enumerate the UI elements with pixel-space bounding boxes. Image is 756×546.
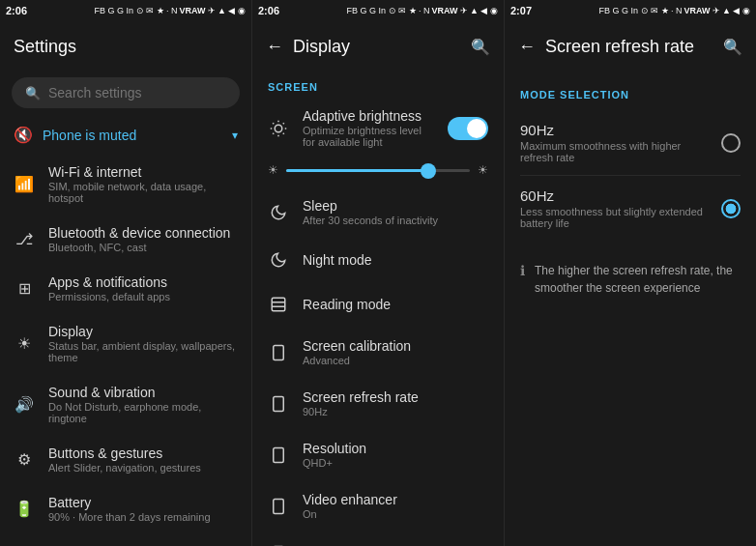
settings-item-storage[interactable]: 💾 Storage 31% used · 177 GB free bbox=[0, 533, 251, 546]
refresh-content: MODE SELECTION 90Hz Maximum smoothness w… bbox=[505, 72, 756, 546]
search-icon: 🔍 bbox=[25, 86, 41, 101]
reading-mode-icon bbox=[268, 294, 289, 315]
wifi-icon: 📶 bbox=[14, 174, 35, 195]
settings-item-buttons[interactable]: ⚙ Buttons & gestures Alert Slider, navig… bbox=[0, 435, 251, 484]
svg-line-3 bbox=[273, 123, 274, 124]
video-enhancer-sublabel: On bbox=[303, 508, 397, 520]
resolution-icon bbox=[268, 445, 289, 466]
bluetooth-label: Bluetooth & device connection bbox=[48, 225, 230, 241]
search-bar-container: 🔍 bbox=[0, 72, 251, 116]
90hz-sublabel: Maximum smoothness with higher refresh r… bbox=[520, 140, 708, 163]
status-icons-right: FB G G In ⊙ ✉ ★ · N VRAW ✈ ▲ ◀ ◉ bbox=[599, 6, 750, 15]
display-icon: ☀ bbox=[14, 333, 35, 355]
screen-calibration-sublabel: Advanced bbox=[303, 355, 411, 366]
display-item-screen-calibration[interactable]: Screen calibration Advanced bbox=[252, 327, 504, 378]
svg-line-7 bbox=[273, 132, 274, 133]
reading-mode-label: Reading mode bbox=[303, 297, 391, 312]
time-left: 2:06 bbox=[6, 5, 27, 16]
sound-label: Sound & vibration bbox=[48, 385, 238, 400]
display-item-resolution[interactable]: Resolution QHD+ bbox=[252, 429, 504, 480]
display-label: Display bbox=[48, 324, 238, 339]
settings-item-display[interactable]: ☀ Display Status bar, ambient display, w… bbox=[0, 313, 251, 374]
screen-refresh-sublabel: 90Hz bbox=[303, 406, 419, 417]
display-item-reading-mode[interactable]: Reading mode bbox=[252, 282, 504, 327]
mute-icon: 🔇 bbox=[14, 126, 33, 144]
screen-calibration-label: Screen calibration bbox=[303, 338, 411, 354]
refresh-search-button[interactable]: 🔍 bbox=[723, 38, 742, 56]
settings-item-wifi[interactable]: 📶 Wi-Fi & internet SIM, mobile network, … bbox=[0, 154, 251, 215]
adaptive-brightness-label: Adaptive brightness bbox=[303, 108, 434, 124]
settings-title: Settings bbox=[14, 37, 76, 57]
mute-banner[interactable]: 🔇 Phone is muted ▾ bbox=[0, 116, 251, 154]
search-bar[interactable]: 🔍 bbox=[12, 77, 240, 108]
status-bar-mid: 2:06 FB G G In ⊙ ✉ ★ · N VRAW ✈ ▲ ◀ ◉ bbox=[252, 0, 504, 21]
wifi-sublabel: SIM, mobile network, data usage, hotspot bbox=[48, 181, 238, 204]
battery-label: Battery bbox=[48, 495, 211, 510]
display-item-adaptive-brightness[interactable]: Adaptive brightness Optimize brightness … bbox=[252, 97, 504, 159]
display-title: Display bbox=[293, 37, 350, 57]
info-text: The higher the screen refresh rate, the … bbox=[535, 262, 741, 297]
brightness-slider-row: ☀ ☀ bbox=[252, 159, 504, 187]
battery-icon: 🔋 bbox=[14, 499, 35, 520]
resolution-label: Resolution bbox=[303, 441, 366, 456]
settings-item-bluetooth[interactable]: ⎇ Bluetooth & device connection Bluetoot… bbox=[0, 215, 251, 264]
night-mode-label: Night mode bbox=[303, 252, 372, 268]
display-search-button[interactable]: 🔍 bbox=[471, 38, 490, 56]
display-header: ← Display 🔍 bbox=[252, 21, 504, 72]
display-sublabel: Status bar, ambient display, wallpapers,… bbox=[48, 340, 238, 363]
refresh-back-button[interactable]: ← bbox=[518, 37, 536, 57]
svg-rect-9 bbox=[272, 298, 285, 311]
screen-refresh-label: Screen refresh rate bbox=[303, 389, 419, 405]
video-enhancer-icon bbox=[268, 496, 289, 517]
night-mode-icon bbox=[268, 249, 289, 271]
refresh-info: ℹ The higher the screen refresh rate, th… bbox=[505, 248, 756, 310]
battery-sublabel: 90% · More than 2 days remaining bbox=[48, 511, 211, 523]
buttons-icon: ⚙ bbox=[14, 449, 35, 471]
time-right: 2:07 bbox=[510, 5, 532, 16]
info-icon: ℹ bbox=[520, 263, 525, 278]
buttons-label: Buttons & gestures bbox=[48, 445, 201, 461]
display-item-ambient-display[interactable]: Ambient display bbox=[252, 532, 504, 546]
60hz-sublabel: Less smoothness but slightly extended ba… bbox=[520, 206, 708, 229]
sleep-sublabel: After 30 seconds of inactivity bbox=[303, 215, 438, 226]
display-item-video-enhancer[interactable]: Video enhancer On bbox=[252, 480, 504, 532]
search-input[interactable] bbox=[48, 85, 226, 101]
apps-label: Apps & notifications bbox=[48, 274, 170, 290]
brightness-thumb[interactable] bbox=[421, 163, 436, 179]
sleep-icon bbox=[268, 202, 289, 223]
status-icons-left: FB G G In ⊙ ✉ ★ · N VRAW ✈ ▲ ◀ ◉ bbox=[95, 6, 246, 15]
adaptive-brightness-toggle[interactable] bbox=[448, 117, 488, 140]
settings-item-sound[interactable]: 🔊 Sound & vibration Do Not Disturb, earp… bbox=[0, 374, 251, 435]
90hz-radio[interactable] bbox=[721, 133, 741, 153]
bluetooth-icon: ⎇ bbox=[14, 229, 35, 250]
buttons-sublabel: Alert Slider, navigation, gestures bbox=[48, 462, 201, 474]
display-item-screen-refresh[interactable]: Screen refresh rate 90Hz bbox=[252, 378, 504, 429]
settings-header: Settings bbox=[0, 21, 251, 72]
display-back-button[interactable]: ← bbox=[266, 37, 283, 57]
display-item-night-mode[interactable]: Night mode bbox=[252, 238, 504, 282]
brightness-min-icon: ☀ bbox=[268, 163, 278, 177]
sound-icon: 🔊 bbox=[14, 394, 35, 416]
refresh-option-90hz[interactable]: 90Hz Maximum smoothness with higher refr… bbox=[505, 110, 756, 175]
wifi-label: Wi-Fi & internet bbox=[48, 164, 238, 180]
screen-refresh-icon bbox=[268, 393, 289, 415]
refresh-title: Screen refresh rate bbox=[545, 37, 694, 57]
display-item-sleep[interactable]: Sleep After 30 seconds of inactivity bbox=[252, 187, 504, 238]
mute-text: Phone is muted bbox=[43, 128, 222, 143]
refresh-option-60hz[interactable]: 60Hz Less smoothness but slightly extend… bbox=[505, 176, 756, 241]
display-list: SCREEN Adaptive brightness Optimize bbox=[252, 72, 504, 546]
settings-item-apps[interactable]: ⊞ Apps & notifications Permissions, defa… bbox=[0, 264, 251, 313]
status-icons-mid: FB G G In ⊙ ✉ ★ · N VRAW ✈ ▲ ◀ ◉ bbox=[347, 6, 498, 15]
60hz-label: 60Hz bbox=[520, 187, 708, 204]
settings-item-battery[interactable]: 🔋 Battery 90% · More than 2 days remaini… bbox=[0, 484, 251, 533]
svg-rect-18 bbox=[274, 499, 284, 513]
brightness-max-icon: ☀ bbox=[478, 163, 488, 177]
svg-line-4 bbox=[283, 132, 284, 133]
60hz-radio[interactable] bbox=[721, 199, 741, 218]
brightness-fill bbox=[286, 169, 424, 172]
apps-sublabel: Permissions, default apps bbox=[48, 291, 170, 302]
brightness-track[interactable] bbox=[286, 169, 470, 172]
sleep-label: Sleep bbox=[303, 198, 438, 214]
refresh-header: ← Screen refresh rate 🔍 bbox=[505, 21, 756, 72]
sound-sublabel: Do Not Disturb, earphone mode, ringtone bbox=[48, 401, 238, 424]
